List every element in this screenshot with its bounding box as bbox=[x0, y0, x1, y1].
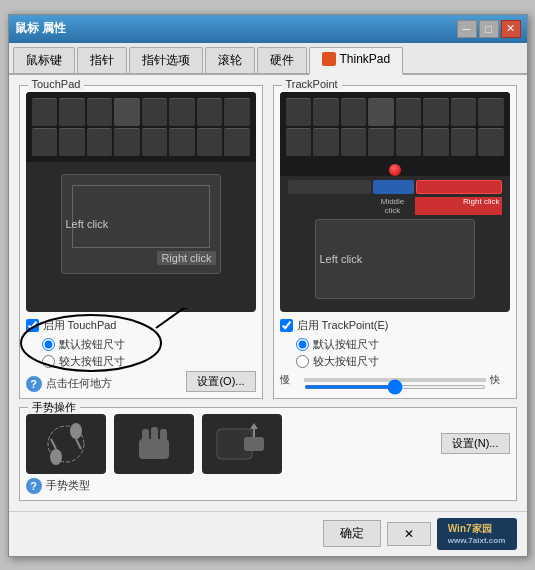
brand-url: www.7aixt.com bbox=[448, 536, 506, 545]
swipe-gesture-svg bbox=[212, 419, 272, 469]
speed-slider-row: 慢 快 bbox=[280, 373, 510, 387]
enable-touchpad-checkbox[interactable] bbox=[26, 319, 39, 332]
key bbox=[286, 98, 312, 126]
default-size-radio[interactable] bbox=[42, 338, 55, 351]
key bbox=[224, 98, 250, 126]
key bbox=[114, 128, 140, 156]
key bbox=[142, 98, 168, 126]
close-button[interactable]: ✕ bbox=[501, 20, 521, 38]
tp-large-size-radio[interactable] bbox=[296, 355, 309, 368]
tp-default-size-radio[interactable] bbox=[296, 338, 309, 351]
key bbox=[197, 128, 223, 156]
large-size-label: 较大按钮尺寸 bbox=[59, 354, 125, 369]
key bbox=[478, 128, 504, 156]
gesture-bottom-row: ? 手势类型 bbox=[26, 478, 510, 494]
trackpoint-btn-labels: Middle click Right click bbox=[288, 197, 502, 215]
tp-default-size-label: 默认按钮尺寸 bbox=[313, 337, 379, 352]
rotate-gesture-svg bbox=[36, 419, 96, 469]
key bbox=[142, 128, 168, 156]
enable-trackpoint-row: 启用 TrackPoint(E) bbox=[280, 318, 510, 333]
svg-marker-15 bbox=[250, 423, 258, 429]
key bbox=[32, 128, 58, 156]
touchpad-right-click-label: Right click bbox=[157, 251, 215, 265]
enable-trackpoint-label: 启用 TrackPoint(E) bbox=[297, 318, 389, 333]
key bbox=[313, 128, 339, 156]
tp-middle-btn bbox=[373, 180, 415, 194]
touchpad-help: ? 点击任何地方 bbox=[26, 376, 112, 392]
tp-right-btn bbox=[416, 180, 501, 194]
touchpad-section: TouchPad bbox=[19, 85, 263, 399]
svg-rect-9 bbox=[142, 429, 149, 447]
key bbox=[114, 98, 140, 126]
trackpoint-title: TrackPoint bbox=[282, 78, 342, 90]
thinkpad-icon bbox=[322, 52, 336, 66]
speed-slider-track bbox=[304, 378, 486, 382]
trackpoint-options: 启用 TrackPoint(E) 默认按钮尺寸 较大按钮尺寸 慢 bbox=[280, 318, 510, 387]
touchpad-keyboard bbox=[26, 92, 256, 162]
touchpad-title: TouchPad bbox=[28, 78, 85, 90]
right-click-label: Right click bbox=[415, 197, 501, 215]
trackpoint-keyboard bbox=[280, 92, 510, 162]
enable-touchpad-label: 启用 TouchPad bbox=[43, 318, 117, 333]
help-icon: ? bbox=[26, 376, 42, 392]
tab-mouse-keys[interactable]: 鼠标键 bbox=[13, 47, 75, 73]
ok-button[interactable]: 确定 bbox=[323, 520, 381, 547]
tp-left-btn bbox=[288, 180, 371, 194]
gesture-swipe bbox=[202, 414, 282, 474]
touchpad-surface: Left click Right click bbox=[61, 174, 221, 274]
key bbox=[59, 128, 85, 156]
key bbox=[87, 128, 113, 156]
tab-bar: 鼠标键 指针 指针选项 滚轮 硬件 ThinkPad bbox=[9, 43, 527, 75]
main-window: 鼠标 属性 ─ □ ✕ 鼠标键 指针 指针选项 滚轮 硬件 ThinkPad bbox=[8, 14, 528, 557]
gesture-settings-button[interactable]: 设置(N)... bbox=[441, 433, 509, 454]
key bbox=[286, 128, 312, 156]
key bbox=[341, 98, 367, 126]
svg-line-6 bbox=[51, 439, 56, 449]
three-finger-gesture-svg bbox=[124, 419, 184, 469]
touchpad-preview: Left click Right click bbox=[26, 92, 256, 312]
speed-slider[interactable] bbox=[304, 385, 486, 389]
tp-default-size-row: 默认按钮尺寸 bbox=[296, 337, 510, 352]
svg-rect-10 bbox=[151, 427, 158, 447]
gesture-help: ? 手势类型 bbox=[26, 478, 90, 494]
tab-content: TouchPad bbox=[9, 75, 527, 511]
gesture-title: 手势操作 bbox=[28, 400, 80, 415]
fast-label: 快 bbox=[490, 373, 510, 387]
key bbox=[59, 98, 85, 126]
minimize-button[interactable]: ─ bbox=[457, 20, 477, 38]
tab-thinkpad[interactable]: ThinkPad bbox=[309, 47, 404, 75]
tab-pointer-options[interactable]: 指针选项 bbox=[129, 47, 203, 73]
key bbox=[169, 128, 195, 156]
enable-trackpoint-checkbox[interactable] bbox=[280, 319, 293, 332]
cancel-button[interactable]: ✕ bbox=[387, 522, 431, 546]
key bbox=[451, 128, 477, 156]
key bbox=[396, 128, 422, 156]
tp-large-size-label: 较大按钮尺寸 bbox=[313, 354, 379, 369]
gesture-help-icon: ? bbox=[26, 478, 42, 494]
device-sections: TouchPad bbox=[19, 85, 517, 399]
svg-point-4 bbox=[50, 449, 62, 465]
default-size-row: 默认按钮尺寸 bbox=[42, 337, 256, 352]
large-size-radio[interactable] bbox=[42, 355, 55, 368]
maximize-button[interactable]: □ bbox=[479, 20, 499, 38]
title-bar: 鼠标 属性 ─ □ ✕ bbox=[9, 15, 527, 43]
svg-rect-11 bbox=[160, 429, 167, 447]
gesture-section: 手势操作 bbox=[19, 407, 517, 501]
bottom-bar: 确定 ✕ Win7家园 www.7aixt.com bbox=[9, 511, 527, 556]
touchpad-settings-button[interactable]: 设置(O)... bbox=[186, 371, 255, 392]
key bbox=[224, 128, 250, 156]
key bbox=[368, 98, 394, 126]
tp-large-size-row: 较大按钮尺寸 bbox=[296, 354, 510, 369]
brand-name: Win7家园 bbox=[448, 522, 506, 536]
title-controls: ─ □ ✕ bbox=[457, 20, 521, 38]
svg-rect-13 bbox=[244, 437, 264, 451]
tab-pointer[interactable]: 指针 bbox=[77, 47, 127, 73]
svg-point-5 bbox=[70, 423, 82, 439]
key bbox=[396, 98, 422, 126]
tab-scroll[interactable]: 滚轮 bbox=[205, 47, 255, 73]
key bbox=[169, 98, 195, 126]
gesture-help-text: 手势类型 bbox=[46, 478, 90, 493]
touchpad-inner-area bbox=[72, 185, 210, 248]
tab-hardware[interactable]: 硬件 bbox=[257, 47, 307, 73]
svg-line-7 bbox=[76, 439, 81, 449]
